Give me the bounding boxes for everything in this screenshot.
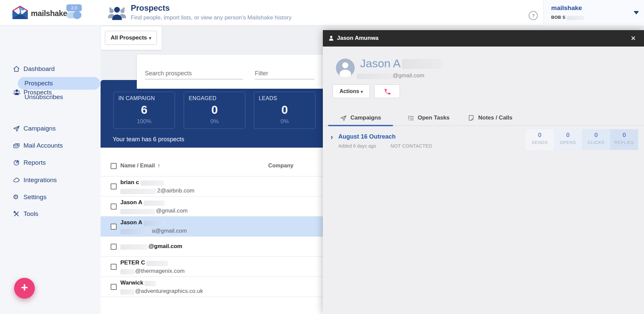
redacted-name bbox=[147, 261, 168, 266]
account-caret-down-icon[interactable] bbox=[634, 11, 639, 14]
prospects-filter-card: All Prospects▾ bbox=[101, 26, 162, 50]
redacted-name bbox=[402, 59, 442, 69]
campaign-stat-clicks: 0 CLICKS bbox=[582, 129, 610, 150]
row-checkbox[interactable] bbox=[111, 284, 117, 290]
table-row-selected[interactable]: Jason A a@gmail.com bbox=[101, 217, 329, 237]
redacted-email bbox=[120, 209, 155, 214]
redacted-email bbox=[120, 189, 157, 194]
avatar bbox=[336, 59, 355, 77]
tools-icon bbox=[13, 210, 20, 218]
checklist-icon bbox=[407, 114, 414, 122]
sort-ascending-icon[interactable]: ↑ bbox=[158, 163, 160, 168]
stat-value: 0 bbox=[582, 132, 610, 139]
panel-tabs: Campaigns Open Tasks Notes / Calls bbox=[323, 110, 644, 126]
pie-chart-icon bbox=[13, 159, 20, 166]
sidebar-item-reports[interactable]: Reports bbox=[0, 157, 101, 168]
prospect-detail-panel: Jason Amunwa ✕ Jason A @gmail.com Action… bbox=[323, 30, 644, 314]
account-menu[interactable]: mailshake BOB S bbox=[543, 0, 644, 25]
sidebar-item-settings[interactable]: ⚙ Settings bbox=[0, 191, 101, 203]
gear-icon: ⚙ bbox=[13, 193, 20, 201]
column-header-name-email[interactable]: Name / Email↑ bbox=[120, 162, 160, 169]
tab-campaigns[interactable]: Campaigns bbox=[328, 110, 393, 126]
chevron-right-icon[interactable]: › bbox=[331, 133, 333, 142]
campaign-stat-opens: 0 OPENS bbox=[554, 129, 582, 150]
page-subtitle: Find people, import lists, or view any p… bbox=[131, 14, 291, 21]
stat-value: 0 bbox=[254, 103, 315, 116]
phone-icon bbox=[384, 88, 391, 95]
sidebar-label: Settings bbox=[23, 193, 47, 201]
version-toggle-knob[interactable] bbox=[73, 11, 81, 19]
table-row[interactable]: brian c 2@airbnb.com bbox=[101, 176, 329, 197]
close-icon[interactable]: ✕ bbox=[631, 34, 636, 42]
add-prospect-fab[interactable]: + bbox=[14, 278, 35, 299]
help-icon[interactable]: ? bbox=[529, 11, 538, 20]
caret-down-icon: ▾ bbox=[149, 35, 152, 41]
home-icon bbox=[13, 65, 20, 73]
cloud-icon bbox=[13, 176, 20, 184]
stat-percent: 0% bbox=[184, 118, 245, 125]
redacted-name bbox=[144, 201, 165, 206]
call-button[interactable] bbox=[374, 84, 400, 98]
prospects-table: Name / Email↑ Company brian c 2@airbnb.c… bbox=[101, 148, 329, 314]
account-user-name: BOB S bbox=[551, 15, 585, 20]
column-header-company[interactable]: Company bbox=[268, 162, 293, 169]
panel-title: Jason Amunwa bbox=[337, 35, 378, 42]
stat-card-leads: LEADS 0 0% bbox=[254, 92, 315, 129]
stat-label: ENGAGED bbox=[189, 95, 217, 101]
mailshake-logo-icon[interactable] bbox=[12, 5, 28, 20]
stat-value: 6 bbox=[114, 103, 175, 116]
team-prospects-summary: Your team has 6 prospects bbox=[113, 136, 184, 143]
search-input[interactable] bbox=[145, 68, 243, 79]
stat-label: OPENS bbox=[554, 140, 582, 145]
person-icon bbox=[328, 35, 335, 42]
stat-value: 0 bbox=[610, 132, 638, 139]
row-checkbox[interactable] bbox=[111, 264, 117, 270]
campaign-stat-replies: 0 REPLIES bbox=[610, 129, 638, 150]
table-row[interactable]: @gmail.com bbox=[101, 237, 329, 257]
note-icon bbox=[468, 114, 475, 122]
redacted-name bbox=[144, 281, 156, 286]
paper-plane-icon bbox=[13, 125, 20, 132]
sidebar-item-mail-accounts[interactable]: Mail Accounts bbox=[0, 140, 101, 151]
table-row[interactable]: Jason A @gmail.com bbox=[101, 197, 329, 217]
row-checkbox[interactable] bbox=[111, 224, 117, 230]
sidebar-subitem-unsubscribes[interactable]: Unsubscribes bbox=[24, 92, 98, 102]
stat-label: LEADS bbox=[259, 95, 277, 101]
stat-value: 0 bbox=[554, 132, 582, 139]
sidebar-item-tools[interactable]: Tools bbox=[0, 208, 101, 220]
tab-notes-calls[interactable]: Notes / Calls bbox=[458, 110, 522, 126]
sidebar-subitem-prospects-active[interactable]: Prospects bbox=[18, 77, 100, 90]
stat-label: CLICKS bbox=[582, 140, 610, 145]
redacted-name bbox=[144, 221, 165, 226]
redacted-email bbox=[120, 289, 134, 295]
table-row[interactable]: Warwick @adventuregraphics.co.uk bbox=[101, 277, 329, 297]
campaign-link[interactable]: August 16 Outreach bbox=[338, 133, 396, 140]
redacted-email bbox=[120, 229, 151, 234]
row-checkbox[interactable] bbox=[111, 204, 117, 210]
all-prospects-dropdown[interactable]: All Prospects▾ bbox=[105, 31, 157, 45]
page-title: Prospects bbox=[131, 3, 170, 13]
stat-label: REPLIES bbox=[610, 140, 638, 145]
select-all-checkbox[interactable] bbox=[111, 163, 117, 169]
stat-percent: 100% bbox=[114, 118, 175, 125]
actions-dropdown[interactable]: Actions▾ bbox=[333, 84, 370, 98]
redacted-email bbox=[120, 244, 148, 250]
tab-open-tasks[interactable]: Open Tasks bbox=[397, 110, 460, 126]
sidebar-item-integrations[interactable]: Integrations bbox=[0, 174, 101, 186]
redacted-user-name bbox=[567, 16, 584, 20]
campaign-status: NOT CONTACTED bbox=[391, 143, 432, 149]
people-icon bbox=[13, 89, 20, 96]
caret-down-icon: ▾ bbox=[361, 89, 363, 94]
row-checkbox[interactable] bbox=[111, 244, 117, 250]
filter-input[interactable] bbox=[255, 68, 314, 79]
stat-card-in-campaign: IN CAMPAIGN 6 100% bbox=[113, 92, 175, 129]
sidebar-item-campaigns[interactable]: Campaigns bbox=[0, 123, 101, 134]
sidebar-item-dashboard[interactable]: Dashboard bbox=[0, 63, 101, 75]
logo-wordmark[interactable]: mailshake™ bbox=[31, 9, 70, 18]
sidebar-label: Dashboard bbox=[23, 65, 55, 73]
sidebar-label: Tools bbox=[23, 210, 38, 218]
prospect-email: @gmail.com bbox=[357, 72, 424, 79]
row-checkbox[interactable] bbox=[111, 183, 117, 189]
top-bar: mailshake™ 2.0 Prospects Find people, im… bbox=[0, 0, 644, 25]
table-row[interactable]: PETER C @thermagenix.com bbox=[101, 257, 329, 277]
